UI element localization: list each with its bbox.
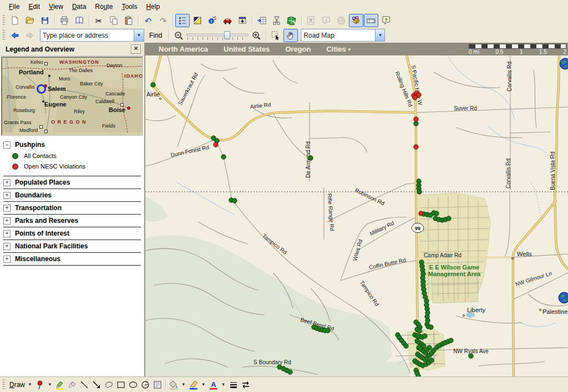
oval-tool-icon[interactable] (127, 379, 139, 390)
map-style-value[interactable] (301, 32, 375, 39)
legend-section-header[interactable]: +Populated Places (3, 179, 141, 186)
pushpin-nesc-violation[interactable] (413, 95, 417, 100)
toolbar-grip[interactable] (2, 15, 5, 26)
pushpin-all-contacts[interactable] (432, 348, 436, 353)
globe-poi-icon[interactable] (559, 292, 568, 303)
pushpin-all-contacts[interactable] (429, 325, 433, 329)
pushpin-all-contacts[interactable] (434, 211, 439, 216)
legend-section-header[interactable]: +National Park Facilities (3, 242, 141, 250)
pushpin-nesc-violation[interactable] (214, 142, 218, 147)
pushpin-all-contacts[interactable] (427, 345, 432, 350)
pushpin-tool-icon[interactable] (34, 379, 46, 390)
pushpin-all-contacts[interactable] (288, 370, 292, 374)
legend-section-header[interactable]: +Transportation (3, 204, 141, 212)
paste-icon[interactable] (121, 14, 136, 27)
pushpin-all-contacts[interactable] (232, 198, 237, 203)
expand-icon[interactable]: + (3, 230, 11, 237)
zoom-slider-thumb[interactable] (224, 31, 230, 39)
data-mapping-icon[interactable] (235, 14, 250, 27)
arrow-style-icon[interactable] (240, 379, 252, 390)
pushpin-nesc-violation[interactable] (414, 145, 418, 149)
open-icon[interactable] (23, 14, 37, 27)
menu-view[interactable]: View (44, 1, 68, 12)
link-data-wizard-icon[interactable] (270, 14, 284, 27)
pushpin-all-contacts[interactable] (417, 329, 422, 333)
map-style-dropdown-icon[interactable]: ▼ (375, 29, 384, 41)
select-tool-icon[interactable] (268, 29, 283, 42)
expand-icon[interactable]: + (3, 205, 11, 212)
pushpin-all-contacts[interactable] (469, 354, 473, 358)
legend-section-header[interactable]: –Pushpins (3, 141, 141, 149)
pushpin-all-contacts[interactable] (404, 344, 408, 348)
fill-color-caret-icon[interactable]: ▼ (180, 382, 187, 387)
collapse-icon[interactable]: – (3, 141, 11, 149)
breadcrumb-united-states[interactable]: United States (224, 45, 270, 53)
line-style-icon[interactable] (227, 379, 240, 390)
breadcrumb-north-america[interactable]: North America (159, 45, 208, 53)
close-icon[interactable]: ✕ (131, 44, 141, 54)
pushpin-tool-caret-icon[interactable]: ▼ (46, 382, 54, 387)
draw-menu-button[interactable]: DDrawraw (7, 381, 26, 389)
expand-icon[interactable]: + (3, 217, 11, 225)
map-style-combo[interactable]: ▼ (301, 29, 385, 42)
menu-route[interactable]: Route (90, 1, 117, 12)
pushpin-all-contacts[interactable] (221, 155, 226, 159)
font-color-caret-icon[interactable]: ▼ (220, 382, 227, 387)
print-icon[interactable] (57, 14, 72, 27)
forward-icon[interactable] (23, 29, 37, 42)
pushpin-all-contacts[interactable] (414, 121, 418, 126)
menu-tools[interactable]: Tools (117, 1, 141, 12)
overview-map[interactable]: WASHINGTONIDAHOO R E G O NKelsoDaytonPor… (1, 57, 143, 136)
menu-data[interactable]: Data (68, 1, 90, 12)
expand-icon[interactable]: + (3, 192, 11, 199)
pushpin-nesc-violation[interactable] (414, 117, 418, 121)
breadcrumb-oregon[interactable]: Oregon (285, 45, 311, 53)
legend-section-header[interactable]: +Boundaries (3, 191, 141, 199)
pushpin-all-contacts[interactable] (308, 156, 313, 160)
pushpin-all-contacts[interactable] (447, 216, 451, 221)
undo-icon[interactable]: ↶ (141, 14, 155, 27)
expand-icon[interactable]: + (3, 256, 11, 263)
legend-toggle-icon[interactable] (175, 14, 190, 27)
place-search-combo[interactable]: ▼ (40, 29, 144, 42)
route-planner-icon[interactable] (220, 14, 235, 27)
globe-poi-icon[interactable] (560, 58, 568, 69)
menu-help[interactable]: Help (141, 1, 164, 12)
measurement-ruler-icon[interactable]: 010 (364, 14, 378, 27)
web-search-icon[interactable] (334, 14, 348, 27)
pushpin-all-contacts[interactable] (151, 83, 155, 87)
draw-menu-caret-icon[interactable]: ▼ (26, 382, 34, 387)
arrow-tool-icon[interactable] (90, 379, 103, 390)
highlight-tool-icon[interactable] (54, 379, 66, 390)
save-icon[interactable] (38, 14, 52, 27)
territory-manager-icon[interactable] (285, 14, 299, 27)
search-dropdown-icon[interactable]: ▼ (134, 29, 144, 41)
map-style-icon[interactable] (190, 14, 205, 27)
back-icon[interactable] (8, 29, 22, 42)
freeform-tool-icon[interactable] (103, 379, 115, 390)
pushpin-nesc-violation[interactable] (419, 211, 423, 216)
legend-section-header[interactable]: +Miscellaneous (3, 255, 141, 263)
font-color-icon[interactable]: A (207, 379, 220, 390)
line-tool-icon[interactable] (78, 379, 90, 390)
copy-icon[interactable] (106, 14, 121, 27)
place-search-input[interactable] (40, 32, 134, 39)
textbox-tool-icon[interactable] (151, 379, 164, 390)
find-button[interactable]: Find (145, 32, 166, 39)
breadcrumb-cities[interactable]: Cities ▼ (326, 45, 352, 53)
pushpin-all-contacts[interactable] (326, 328, 330, 333)
import-data-wizard-icon[interactable] (255, 14, 269, 27)
zoom-out-icon[interactable] (171, 29, 186, 42)
pushpin-all-contacts[interactable] (449, 338, 453, 343)
line-color-caret-icon[interactable]: ▼ (200, 382, 207, 387)
fill-color-icon[interactable] (168, 379, 180, 390)
line-color-icon[interactable] (187, 379, 200, 390)
export-to-excel-icon[interactable]: X (304, 14, 318, 27)
pushpin-all-contacts[interactable] (429, 358, 434, 363)
zoom-slider[interactable] (186, 30, 248, 41)
radius-tool-icon[interactable] (139, 379, 151, 390)
eraser-tool-icon[interactable] (66, 379, 78, 390)
toolbar-grip[interactable] (2, 379, 5, 390)
three-d-map-icon[interactable] (349, 14, 363, 27)
zoom-in-icon[interactable] (249, 29, 263, 42)
